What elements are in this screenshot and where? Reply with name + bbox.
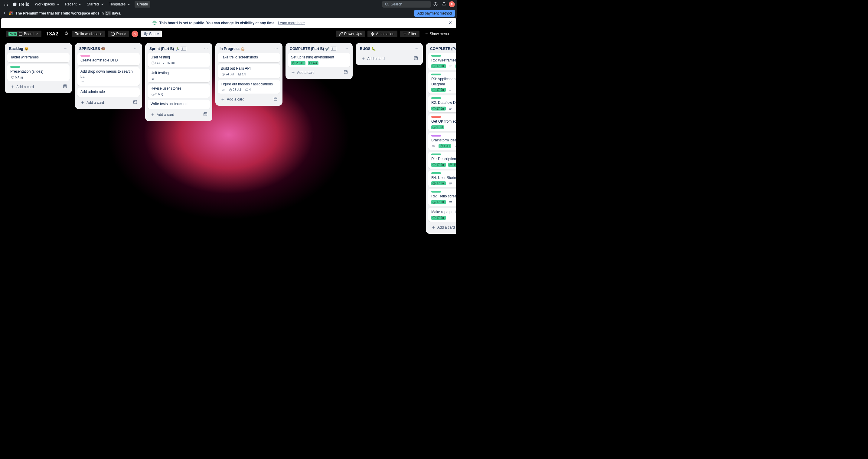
card-title: Brainstorm ideas (431, 138, 456, 143)
list-title[interactable]: SPRINKLES 🍩 (79, 47, 105, 51)
nav-recent[interactable]: Recent (63, 1, 84, 7)
card[interactable]: Figure out models / associations25 Jul4 (218, 80, 280, 94)
card-label[interactable] (431, 191, 441, 193)
list-menu-button[interactable] (204, 46, 208, 51)
notifications-icon[interactable] (440, 1, 447, 8)
show-menu-button[interactable]: Show menu (422, 31, 451, 37)
nav-workspaces[interactable]: Workspaces (32, 1, 63, 7)
list-menu-button[interactable] (274, 46, 278, 51)
list-menu-button[interactable] (344, 46, 348, 51)
create-button[interactable]: Create (134, 1, 150, 7)
card-title: Figure out models / associations (221, 82, 277, 87)
expand-sidebar-icon[interactable] (2, 11, 6, 16)
card-template-button[interactable] (62, 83, 68, 91)
svg-rect-43 (275, 98, 276, 99)
card[interactable]: Revise user stories6 Aug (148, 84, 210, 98)
learn-more-link[interactable]: Learn more here (278, 21, 305, 25)
workspace-button[interactable]: Trello workspace (72, 31, 105, 37)
list-menu-button[interactable] (134, 46, 138, 51)
svg-point-36 (275, 48, 275, 48)
card-title: Get OK from educators (431, 119, 456, 124)
visibility-button[interactable]: Public (108, 31, 129, 37)
search-input[interactable]: Search (382, 1, 431, 7)
card[interactable]: R2: Dataflow Diagram17 Jul0/2 (428, 95, 456, 112)
add-card-button[interactable]: Add a card (149, 111, 202, 118)
list-title[interactable]: COMPLETE (Part B) ✔️ (290, 47, 336, 51)
member-avatar[interactable]: AI (131, 31, 138, 37)
card-label[interactable] (10, 66, 20, 68)
nav-templates[interactable]: Templates (107, 1, 134, 7)
card[interactable]: Unit testing (148, 69, 210, 82)
list-title[interactable]: COMPLETE (Part A) ✔️ (430, 47, 456, 51)
card[interactable]: Write tests on backend (148, 99, 210, 109)
list-title[interactable]: Sprint (Part B) 🏃‍♂️ (149, 47, 186, 51)
card-title: R4: User Stories (431, 175, 456, 180)
board-view-switcher[interactable]: NEW Board (6, 31, 41, 37)
card[interactable]: Add drop down menus to search bar (78, 67, 140, 86)
card-template-button[interactable] (202, 111, 209, 119)
card[interactable]: R6: Trello screenshots17 Jul (428, 189, 456, 206)
card[interactable]: Presentation (slides)5 Aug (7, 64, 69, 81)
card[interactable]: R4: User Stories17 Jul (428, 170, 456, 188)
add-card-button[interactable]: Add a card (219, 96, 272, 103)
card[interactable]: Tablet wireframes (7, 53, 69, 62)
automation-button[interactable]: Automation (368, 31, 397, 37)
card[interactable]: Make repo public17 Jul (428, 208, 456, 222)
card-label[interactable] (431, 55, 441, 57)
card[interactable]: Brainstorm ideas1 Jul64/4 (428, 133, 456, 150)
card[interactable]: Add admin role (78, 87, 140, 97)
card-template-button[interactable] (342, 69, 349, 77)
card[interactable]: R1: Description of website17 Jul4/4 (428, 152, 456, 169)
card[interactable]: Take trello screenshots (218, 53, 280, 62)
card-label[interactable] (431, 97, 441, 99)
date-badge: 25 Jul (228, 88, 242, 92)
add-card-button[interactable]: Add a card (8, 84, 62, 90)
star-button[interactable] (63, 30, 69, 38)
add-card-button[interactable]: Add a card (430, 224, 456, 231)
card-label[interactable] (431, 74, 441, 76)
list-menu-button[interactable] (63, 46, 68, 51)
add-card-button[interactable]: Add a card (359, 55, 412, 62)
svg-point-51 (416, 48, 416, 48)
card-title: Take trello screenshots (221, 55, 277, 60)
card[interactable]: User testing0/3•26 Jul (148, 53, 210, 67)
nav-starred[interactable]: Starred (84, 1, 106, 7)
card-label[interactable] (431, 172, 441, 174)
add-card-button[interactable]: Add a card (289, 69, 342, 76)
filter-button[interactable]: Filter (400, 31, 420, 37)
add-card-button[interactable]: Add a card (79, 99, 132, 106)
date-badge: 24 Jul (221, 73, 235, 76)
info-icon[interactable] (432, 1, 439, 8)
trello-logo[interactable]: Trello (11, 2, 31, 7)
svg-point-32 (207, 48, 208, 48)
card-label[interactable] (81, 55, 90, 57)
chevron-down-icon (56, 2, 60, 6)
apps-grid-icon[interactable] (2, 1, 10, 8)
card[interactable]: R3: Application Architecture Diagram17 J… (428, 72, 456, 94)
list-title[interactable]: Backlog 😸 (9, 47, 29, 51)
card-label[interactable] (431, 116, 441, 118)
card-label[interactable] (431, 153, 441, 155)
svg-point-31 (206, 48, 206, 48)
user-avatar[interactable]: AI (449, 1, 455, 7)
card[interactable]: Build out Rails API24 Jul1/3 (218, 64, 280, 78)
card-template-button[interactable] (132, 99, 138, 107)
lists-container[interactable]: Backlog 😸 Tablet wireframesPresentation … (1, 40, 456, 241)
card[interactable]: Create admin role DFD (78, 53, 140, 65)
board-name[interactable]: T3A2 (44, 31, 61, 37)
card[interactable]: Set up testing environment23 Jul4/4 (288, 53, 350, 67)
list-title[interactable]: In Progress 💪🏼 (220, 47, 245, 51)
list-title[interactable]: BUGS 🐛 (360, 47, 376, 51)
card-template-button[interactable] (412, 55, 419, 63)
card-label[interactable] (431, 135, 441, 137)
list-menu-button[interactable] (414, 46, 418, 51)
add-payment-button[interactable]: Add payment method (414, 10, 455, 17)
power-ups-button[interactable]: Power-Ups (336, 31, 365, 37)
card[interactable]: R5: Wireframes17 Jul2/2 (428, 53, 456, 70)
share-button[interactable]: Share (141, 31, 162, 37)
svg-point-0 (4, 3, 5, 3)
close-icon[interactable] (448, 21, 453, 26)
collapsed-view-icon (181, 47, 186, 51)
card-template-button[interactable] (272, 95, 279, 103)
card[interactable]: Get OK from educators2 Jul (428, 114, 456, 131)
